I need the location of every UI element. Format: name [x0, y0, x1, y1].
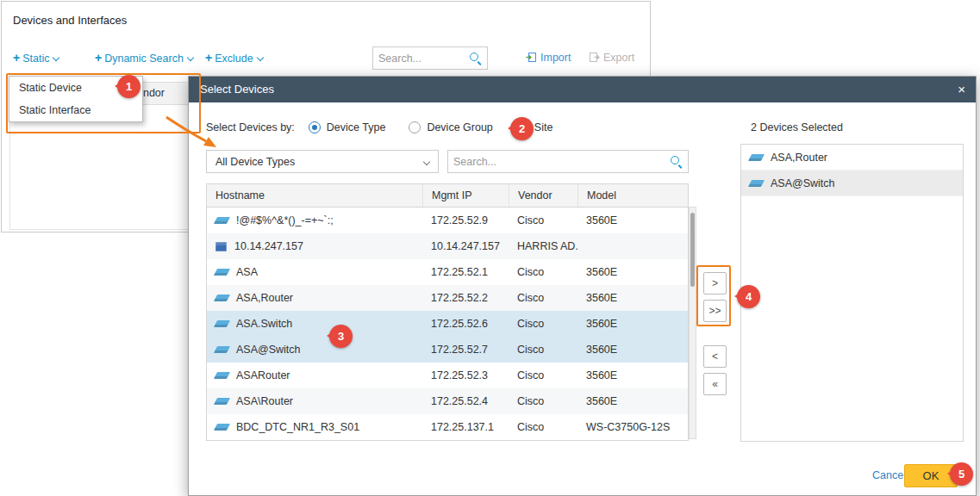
col-vendor[interactable]: Vendor	[509, 184, 577, 207]
hostname-cell: ASA@Switch	[236, 344, 301, 356]
search-icon[interactable]	[670, 155, 683, 168]
plus-icon: +	[13, 51, 20, 65]
modal-header: Select Devices ×	[189, 77, 976, 102]
hostname-cell: BDC_DTC_NR1_R3_S01	[236, 421, 359, 433]
radio-label: Device Group	[427, 121, 492, 133]
add-all-button[interactable]: >>	[703, 300, 727, 322]
badge-number: 4	[746, 290, 752, 303]
vendor-cell: Cisco	[509, 266, 577, 278]
toolbar-search-input[interactable]	[373, 53, 469, 65]
exclude-button[interactable]: +Exclude	[205, 46, 263, 70]
firewall-icon	[215, 242, 227, 251]
device-type-select-value: All Device Types	[215, 156, 295, 168]
model-cell: 3560E	[577, 292, 688, 304]
radio-icon	[309, 121, 321, 133]
vendor-cell: Cisco	[509, 395, 577, 407]
vendor-cell: HARRIS AD...	[509, 240, 577, 252]
col-hostname[interactable]: Hostname	[207, 184, 422, 207]
import-label: Import	[540, 52, 571, 64]
radio-device-group[interactable]: Device Group	[409, 121, 492, 133]
chevron-down-icon	[256, 54, 263, 61]
background-list-area	[9, 105, 190, 230]
selected-device-item[interactable]: ASA@Switch	[741, 170, 963, 196]
hostname-cell: !@#$%^&*()_-=+~`:;	[236, 214, 334, 226]
mgmt-ip-cell: 172.25.52.6	[422, 318, 509, 330]
selected-device-item[interactable]: ASA,Router	[741, 145, 963, 170]
table-row[interactable]: 10.14.247.157 10.14.247.157 HARRIS AD...	[207, 233, 688, 259]
table-body: !@#$%^&*()_-=+~`:; 172.25.52.9 Cisco 356…	[207, 208, 688, 440]
switch-icon	[748, 180, 765, 187]
modal-search-input[interactable]	[448, 156, 670, 168]
table-row-selected[interactable]: ASA.Switch 172.25.52.6 Cisco 3560E	[207, 311, 688, 337]
export-label: Export	[603, 52, 634, 64]
switch-icon	[214, 346, 230, 353]
static-menu-button[interactable]: +Static	[13, 46, 59, 70]
device-type-select[interactable]: All Device Types	[206, 150, 439, 173]
annotation-badge-5: 5	[950, 462, 973, 486]
mgmt-ip-cell: 172.25.52.1	[422, 266, 509, 278]
table-row-selected[interactable]: ASA@Switch 172.25.52.7 Cisco 3560E	[207, 337, 688, 363]
export-icon	[589, 52, 600, 63]
table-row[interactable]: ASARouter 172.25.52.3 Cisco 3560E	[207, 363, 688, 388]
hostname-cell: ASA,Router	[236, 292, 293, 304]
table-row[interactable]: BDC_DTC_NR1_R3_S01 172.25.137.1 Cisco WS…	[207, 414, 688, 440]
model-cell: 3560E	[577, 369, 688, 381]
table-row[interactable]: ASA 172.25.52.1 Cisco 3560E	[207, 259, 688, 285]
vendor-cell: Cisco	[509, 421, 577, 433]
radio-label: Device Type	[327, 121, 386, 133]
hostname-cell: ASA.Switch	[236, 318, 292, 330]
model-cell: 3560E	[577, 318, 688, 330]
radio-icon	[409, 121, 421, 133]
selected-device-label: ASA,Router	[771, 152, 827, 164]
device-table: Hostname Mgmt IP Vendor Model !@#$%^&*()…	[206, 183, 689, 441]
cancel-button[interactable]: Cancel	[872, 469, 906, 481]
model-cell: 3560E	[577, 214, 688, 226]
add-selected-button[interactable]: >	[703, 272, 727, 294]
vendor-cell: Cisco	[509, 344, 577, 356]
switch-icon	[214, 372, 230, 379]
page-title: Devices and Interfaces	[13, 14, 127, 27]
remove-selected-button[interactable]: <	[703, 345, 727, 368]
hostname-cell: ASA	[236, 266, 258, 278]
remove-all-button[interactable]: «	[703, 373, 727, 395]
hostname-cell: ASARouter	[236, 369, 290, 381]
table-header-row: Hostname Mgmt IP Vendor Model	[207, 184, 688, 208]
mgmt-ip-cell: 172.25.52.2	[422, 292, 509, 304]
table-row[interactable]: ASA,Router 172.25.52.2 Cisco 3560E	[207, 285, 688, 311]
chevron-down-icon	[187, 54, 194, 61]
col-model[interactable]: Model	[577, 184, 688, 207]
select-by-label: Select Devices by:	[206, 121, 295, 133]
selected-device-label: ASA@Switch	[771, 177, 835, 189]
app-root: Devices and Interfaces +Static +Dynamic …	[0, 0, 980, 496]
model-cell: WS-C3750G-12S	[577, 421, 688, 433]
mgmt-ip-cell: 172.25.137.1	[422, 421, 509, 433]
switch-icon	[748, 154, 765, 161]
badge-number: 1	[126, 80, 132, 93]
dynamic-search-button[interactable]: +Dynamic Search	[95, 46, 193, 70]
switch-icon	[214, 320, 230, 327]
vendor-cell: Cisco	[509, 369, 577, 381]
mgmt-ip-cell: 10.14.247.157	[422, 240, 509, 252]
switch-icon	[214, 424, 230, 431]
mgmt-ip-cell: 172.25.52.3	[422, 369, 509, 381]
annotation-badge-3: 3	[329, 325, 353, 348]
selected-devices-list: ASA,Router ASA@Switch	[740, 144, 964, 442]
close-icon[interactable]: ×	[958, 77, 965, 102]
scrollbar-thumb[interactable]	[690, 213, 695, 287]
search-icon[interactable]	[469, 52, 482, 65]
table-row[interactable]: ASA\Router 172.25.52.4 Cisco 3560E	[207, 388, 688, 414]
badge-number: 5	[958, 468, 964, 480]
hostname-cell: ASA\Router	[236, 395, 293, 407]
table-row[interactable]: !@#$%^&*()_-=+~`:; 172.25.52.9 Cisco 356…	[207, 208, 688, 233]
badge-number: 2	[519, 122, 525, 135]
toolbar-search	[372, 46, 488, 70]
plus-icon: +	[95, 51, 102, 65]
menu-item-static-interface[interactable]: Static Interface	[9, 99, 142, 121]
model-cell: 3560E	[577, 395, 688, 407]
export-button[interactable]: Export	[589, 46, 634, 70]
static-label: Static	[22, 53, 49, 65]
radio-device-type[interactable]: Device Type	[309, 121, 386, 133]
import-button[interactable]: Import	[526, 46, 571, 70]
table-scrollbar[interactable]	[689, 207, 696, 439]
col-mgmt-ip[interactable]: Mgmt IP	[422, 184, 509, 207]
